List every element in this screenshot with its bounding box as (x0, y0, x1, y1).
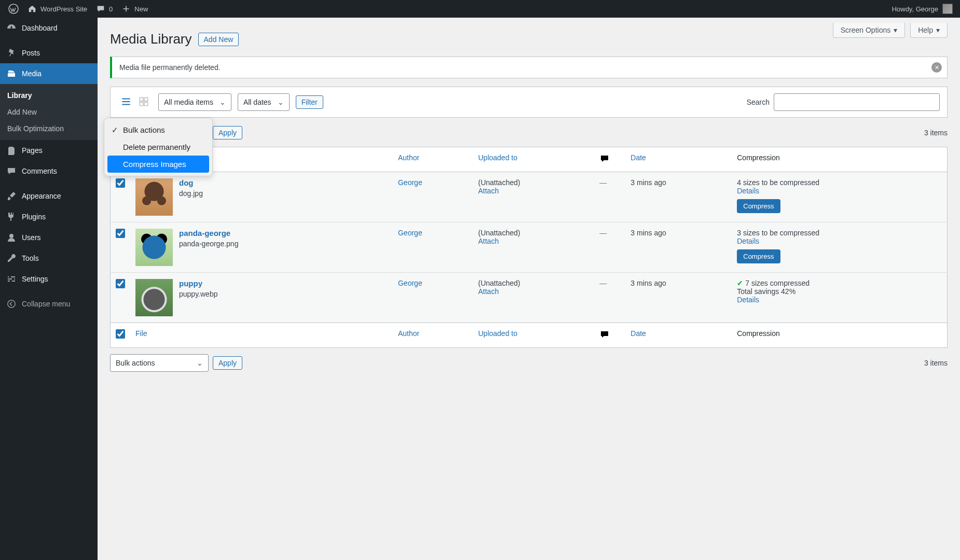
col-uploaded-to[interactable]: Uploaded to (473, 147, 594, 172)
gauge-icon (6, 23, 17, 33)
sidebar-item-dashboard[interactable]: Dashboard (0, 18, 98, 38)
items-count-bottom: 3 items (924, 359, 948, 367)
col-author-footer[interactable]: Author (393, 323, 473, 348)
comment-icon (6, 166, 17, 176)
comments-bubble-link[interactable]: 0 (91, 0, 117, 18)
pin-icon (6, 48, 17, 58)
compression-savings: Total savings 42% (737, 287, 942, 296)
thumbnail-image[interactable] (135, 178, 173, 216)
sidebar-item-media[interactable]: Media (0, 63, 98, 84)
filter-bar: All media items ⌄ All dates ⌄ Filter Sea… (110, 87, 948, 118)
bulk-option-bulk-actions[interactable]: Bulk actions (107, 121, 209, 138)
sidebar-item-tools[interactable]: Tools (0, 248, 98, 269)
wrench-icon (6, 253, 17, 263)
user-icon (6, 232, 17, 243)
col-date[interactable]: Date (625, 147, 732, 172)
sidebar-item-label: Comments (22, 167, 57, 175)
col-uploaded-to-footer[interactable]: Uploaded to (473, 323, 594, 348)
no-comments-dash: — (599, 229, 607, 237)
thumbnail-image[interactable] (135, 279, 173, 316)
row-checkbox[interactable] (116, 178, 125, 188)
col-comments-footer[interactable] (594, 323, 625, 348)
col-file-footer[interactable]: File (130, 323, 393, 348)
wp-logo-menu[interactable] (4, 0, 23, 18)
col-comments[interactable] (594, 147, 625, 172)
select-all-checkbox-footer[interactable] (116, 329, 125, 339)
row-checkbox[interactable] (116, 279, 125, 288)
help-button[interactable]: Help ▾ (910, 23, 948, 38)
search-label: Search (747, 98, 770, 106)
search-input[interactable] (774, 93, 940, 111)
site-name-link[interactable]: WordPress Site (23, 0, 91, 18)
filter-button[interactable]: Filter (296, 95, 323, 109)
sliders-icon (6, 274, 17, 284)
row-checkbox[interactable] (116, 229, 125, 238)
col-author[interactable]: Author (393, 147, 473, 172)
apply-bulk-button-bottom[interactable]: Apply (213, 356, 242, 370)
author-link[interactable]: George (398, 279, 422, 287)
date-select[interactable]: All dates ⌄ (238, 93, 290, 111)
media-filename: dog.jpg (179, 189, 203, 198)
sidebar-item-appearance[interactable]: Appearance (0, 186, 98, 206)
add-new-button[interactable]: Add New (198, 33, 239, 46)
media-table: File Author Uploaded to Date Compression… (110, 147, 948, 348)
svg-point-4 (10, 280, 12, 282)
thumbnail-image[interactable] (135, 229, 173, 266)
sidebar-item-users[interactable]: Users (0, 227, 98, 248)
media-title-link[interactable]: panda-george (179, 229, 238, 237)
compress-button[interactable]: Compress (737, 199, 780, 213)
col-date-footer[interactable]: Date (625, 323, 732, 348)
sidebar-item-posts[interactable]: Posts (0, 43, 98, 63)
comment-icon (599, 333, 610, 341)
author-link[interactable]: George (398, 229, 422, 237)
list-icon (120, 96, 132, 109)
account-menu[interactable]: Howdy, George (892, 4, 956, 14)
uploaded-to-text: (Unattached) (478, 178, 589, 187)
chevron-down-icon: ⌄ (220, 98, 226, 106)
page-title: Media Library (110, 31, 192, 47)
bulk-option-delete-permanently[interactable]: Delete permanently (107, 138, 209, 156)
bulk-option-compress-images[interactable]: Compress Images (107, 156, 209, 173)
details-link[interactable]: Details (737, 237, 759, 245)
sidebar-sub-bulk-optimization[interactable]: Bulk Optimization (0, 120, 98, 137)
chevron-down-icon: ⌄ (278, 98, 284, 106)
compress-button[interactable]: Compress (737, 249, 780, 263)
chevron-down-icon: ⌄ (197, 359, 203, 367)
sidebar-sub-add-new[interactable]: Add New (0, 104, 98, 120)
comment-icon (599, 157, 610, 165)
main-content: Screen Options ▾ Help ▾ Media Library Ad… (98, 18, 960, 393)
attach-link[interactable]: Attach (478, 187, 499, 195)
notice-text: Media file permanently deleted. (119, 63, 221, 72)
media-title-link[interactable]: dog (179, 178, 203, 187)
collapse-label: Collapse menu (22, 300, 70, 308)
grid-view-button[interactable] (135, 94, 152, 110)
new-label: New (134, 5, 148, 13)
sidebar-item-settings[interactable]: Settings (0, 269, 98, 289)
sidebar-item-comments[interactable]: Comments (0, 161, 98, 181)
attach-link[interactable]: Attach (478, 287, 499, 296)
grid-icon (138, 96, 149, 109)
admin-bar: WordPress Site 0 New Howdy, George (0, 0, 960, 18)
bulk-actions-select-bottom[interactable]: Bulk actions ⌄ (110, 354, 209, 372)
attach-link[interactable]: Attach (478, 237, 499, 245)
details-link[interactable]: Details (737, 187, 759, 195)
collapse-menu-button[interactable]: Collapse menu (0, 293, 98, 314)
author-link[interactable]: George (398, 178, 422, 187)
sidebar-item-label: Users (22, 233, 41, 242)
details-link[interactable]: Details (737, 296, 759, 304)
media-type-select[interactable]: All media items ⌄ (158, 93, 231, 111)
media-filename: puppy.webp (179, 290, 217, 298)
sidebar-sub-library[interactable]: Library (0, 87, 98, 104)
dismiss-notice-button[interactable]: ✕ (931, 62, 942, 73)
compression-status: 3 sizes to be compressed (737, 229, 942, 237)
home-icon (27, 4, 37, 14)
screen-options-button[interactable]: Screen Options ▾ (833, 23, 906, 38)
sidebar-item-plugins[interactable]: Plugins (0, 206, 98, 227)
media-filename: panda-george.png (179, 240, 238, 248)
media-title-link[interactable]: puppy (179, 279, 217, 288)
date-text: 3 mins ago (625, 172, 732, 222)
new-content-link[interactable]: New (117, 0, 152, 18)
apply-bulk-button[interactable]: Apply (213, 126, 242, 139)
list-view-button[interactable] (118, 94, 134, 110)
sidebar-item-pages[interactable]: Pages (0, 140, 98, 161)
